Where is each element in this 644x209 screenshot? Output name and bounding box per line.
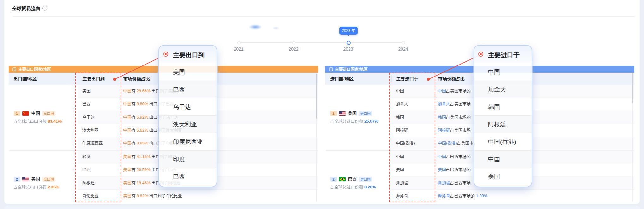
country-name: 中国 bbox=[31, 111, 40, 116]
col-export-country: 出口国/地区 bbox=[9, 75, 78, 82]
year-label[interactable]: 2024 bbox=[391, 46, 416, 52]
year-label[interactable]: 2021 bbox=[226, 46, 251, 52]
export-table-title: 主要出口国家/地区 bbox=[18, 67, 51, 72]
target-dot-icon bbox=[478, 52, 483, 57]
import-magnifier-popup: 主要进口于 中国 加拿大 韩国 阿根廷 中国(香港) 中国 美国 bbox=[474, 45, 532, 187]
country-name: 巴西 bbox=[348, 176, 357, 182]
role-badge: 出口国 bbox=[42, 177, 55, 182]
popup-item[interactable]: 中国(香港) bbox=[474, 133, 532, 150]
popup-item[interactable]: 印度尼西亚 bbox=[159, 133, 217, 150]
popup-item[interactable]: 中国 bbox=[474, 150, 532, 168]
popup-item[interactable]: 巴西 bbox=[159, 168, 217, 185]
year-tooltip: 2023 年 bbox=[339, 27, 358, 35]
table-list-icon bbox=[12, 67, 16, 71]
popup-header: 主要进口于 bbox=[474, 46, 532, 63]
year-slider-dot-2023[interactable] bbox=[347, 41, 351, 45]
share-value: 8.26% bbox=[364, 185, 376, 189]
import-column-highlight bbox=[389, 73, 435, 202]
popup-title: 主要进口于 bbox=[488, 52, 520, 58]
flag-us-icon bbox=[22, 177, 29, 181]
popup-item[interactable]: 美国 bbox=[474, 168, 532, 185]
exporter-cell: 1 中国 出口国 占全球总出口份额83.41% bbox=[9, 85, 78, 150]
rank-badge: 1 bbox=[330, 111, 337, 116]
popup-item[interactable]: 阿根廷 bbox=[474, 115, 532, 133]
info-icon[interactable] bbox=[42, 6, 47, 11]
import-scrollbar-thumb[interactable] bbox=[632, 73, 633, 103]
global-share: 占全球总进口份额8.26% bbox=[330, 184, 391, 190]
popup-item[interactable]: 澳大利亚 bbox=[159, 115, 217, 133]
watermark-smudge bbox=[272, 27, 280, 30]
popup-item[interactable]: 乌干达 bbox=[159, 98, 217, 115]
watermark-smudge bbox=[249, 24, 262, 30]
col-import-country: 进口国/地区 bbox=[325, 75, 391, 82]
year-label[interactable]: 2023 bbox=[336, 46, 361, 52]
page-title-text: 全球贸易流向 bbox=[12, 6, 40, 11]
popup-item[interactable]: 美国 bbox=[159, 63, 217, 81]
popup-title: 主要出口到 bbox=[173, 52, 205, 58]
divider bbox=[12, 16, 635, 17]
export-magnifier-popup: 主要出口到 美国 巴西 乌干达 澳大利亚 印度尼西亚 印度 巴西 bbox=[158, 45, 217, 187]
import-table-title: 主要进口国家/地区 bbox=[335, 67, 367, 72]
flag-cn-icon bbox=[22, 111, 29, 116]
year-tooltip-arrow bbox=[347, 34, 350, 38]
global-trade-flow-panel: 全球贸易流向 2021 2022 2023 2024 2023 年 主要出口国家… bbox=[0, 0, 644, 209]
role-badge: 进口国 bbox=[359, 177, 372, 182]
flag-us-icon bbox=[339, 111, 346, 116]
col-market-share: 市场份额占比 bbox=[120, 75, 318, 82]
global-share: 占全球总出口份额83.41% bbox=[14, 119, 78, 124]
rank-badge: 2 bbox=[330, 177, 337, 182]
global-share: 占全球总进口份额26.07% bbox=[330, 119, 391, 124]
table-list-icon bbox=[329, 67, 333, 71]
popup-item[interactable]: 印度 bbox=[159, 150, 217, 168]
target-dot-icon bbox=[163, 52, 168, 57]
exporter-cell: 2 美国 出口国 占全球总出口份额2.35% bbox=[9, 151, 78, 202]
popup-header: 主要出口到 bbox=[159, 46, 217, 63]
year-slider-dot-2021[interactable] bbox=[237, 41, 241, 44]
share-value: 83.41% bbox=[48, 119, 62, 124]
year-slider-track[interactable] bbox=[239, 42, 403, 43]
next-section-edge bbox=[4, 206, 640, 209]
importer-cell: 2 巴西 进口国 占全球总进口份额8.26% bbox=[325, 151, 391, 202]
role-badge: 进口国 bbox=[359, 111, 372, 116]
year-slider-dot-2024[interactable] bbox=[402, 41, 405, 44]
flag-br-icon bbox=[339, 177, 346, 181]
rank-badge: 1 bbox=[14, 111, 20, 116]
country-name: 美国 bbox=[31, 176, 40, 182]
popup-item[interactable]: 中国 bbox=[474, 63, 532, 81]
country-name: 美国 bbox=[348, 111, 357, 116]
popup-item[interactable]: 韩国 bbox=[474, 98, 532, 115]
export-column-highlight bbox=[75, 73, 121, 202]
popup-item[interactable]: 巴西 bbox=[159, 81, 217, 98]
global-share: 占全球总出口份额2.35% bbox=[14, 184, 78, 190]
year-slider-dot-2022[interactable] bbox=[292, 41, 295, 44]
rank-badge: 2 bbox=[14, 177, 20, 182]
popup-item[interactable]: 加拿大 bbox=[474, 81, 532, 98]
role-badge: 出口国 bbox=[42, 111, 55, 116]
share-value: 26.07% bbox=[364, 119, 378, 124]
importer-cell: 1 美国 进口国 占全球总进口份额26.07% bbox=[325, 85, 391, 150]
year-label[interactable]: 2022 bbox=[281, 46, 306, 52]
col-market-share: 市场份额占比 bbox=[435, 75, 634, 82]
share-value: 2.35% bbox=[48, 185, 59, 189]
page-title: 全球贸易流向 bbox=[12, 6, 47, 12]
export-scrollbar-thumb[interactable] bbox=[316, 74, 317, 119]
